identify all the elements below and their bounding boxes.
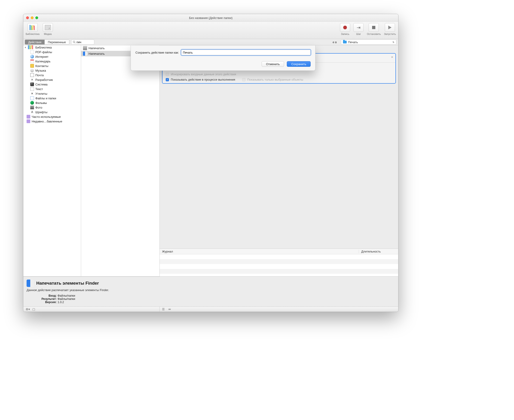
main-area: ▼ Библиотека PDF-файлы Интернет Календар… (23, 45, 398, 276)
svg-point-0 (73, 41, 75, 43)
photos-icon (30, 105, 34, 109)
gear-icon[interactable]: ⚙︎▾ (26, 308, 30, 311)
window-controls (26, 16, 38, 19)
detail-pane: Напечатать элементы Finder Данное действ… (23, 277, 160, 307)
receives-label-fragment: е в (333, 40, 339, 44)
sub-toolbar: Действия Переменные е в Печать ⇅ (23, 39, 398, 45)
checkbox-show-action[interactable]: ✓ (166, 78, 169, 81)
play-icon (388, 26, 392, 29)
text-icon (30, 87, 34, 91)
sidebar-item-developer[interactable]: Разработчик (23, 77, 81, 82)
disclosure-triangle-icon[interactable]: ▼ (24, 46, 27, 49)
detail-description: Данное действие распечатает указанные эл… (27, 288, 157, 292)
folder-receives-bar: е в Печать ⇅ (333, 39, 396, 45)
tab-variables[interactable]: Переменные (45, 40, 69, 44)
files-icon (30, 96, 34, 100)
stop-button[interactable]: Остановить (367, 23, 381, 35)
library-sidebar: ▼ Библиотека PDF-файлы Интернет Календар… (23, 45, 81, 276)
sidebar-smart-frequent[interactable]: Часто используемые (23, 114, 81, 119)
action-list: Напечатать Напечатать (81, 45, 160, 276)
sidebar-item-system[interactable]: Система (23, 82, 81, 87)
checkbox-only-selected (242, 78, 245, 81)
log-rows (160, 254, 398, 276)
search-input[interactable] (76, 40, 90, 44)
close-icon[interactable]: × (391, 55, 393, 59)
movies-icon (30, 101, 34, 105)
sidebar-item-mail[interactable]: Почта (23, 73, 81, 77)
window-title: Без названия (Действие папки) (189, 16, 233, 20)
save-label: Сохранить действие папки как: (136, 51, 179, 54)
workflow-run-icon[interactable]: ▢ (32, 308, 35, 311)
log-col-duration[interactable]: Длительность (359, 250, 398, 253)
finder-icon (27, 279, 34, 287)
sidebar-item-utilities[interactable]: Утилиты (23, 91, 81, 96)
contacts-icon (30, 64, 34, 68)
titlebar: Без названия (Действие папки) (23, 14, 398, 22)
run-button[interactable]: Запустить (384, 23, 396, 35)
smart-folder-icon (27, 120, 30, 123)
sidebar-smart-recent[interactable]: Недавно…бавленные (23, 119, 81, 124)
minimize-icon[interactable] (31, 16, 33, 19)
folder-dropdown[interactable]: Печать ⇅ (341, 39, 396, 45)
app-window: Без названия (Действие папки) Библиотека… (23, 14, 398, 312)
save-name-input[interactable] (181, 50, 311, 55)
sidebar-item-fonts[interactable]: Шрифты (23, 110, 81, 114)
calendar-icon (30, 59, 34, 63)
search-field[interactable] (71, 39, 94, 45)
workflow-area: × Напечатать: Принтер по умолчанию ⇅ Рез… (160, 45, 398, 276)
toolbar: Библиотека Медиа Запись ⇥ Шаг Остановить (23, 22, 398, 39)
save-sheet: Сохранить действие папки как: Отменить С… (131, 45, 316, 71)
finder-icon (83, 52, 87, 56)
sidebar-item-files[interactable]: Файлы и папки (23, 96, 81, 100)
printer-icon (83, 46, 87, 50)
chevron-updown-icon: ⇅ (393, 41, 394, 44)
save-button[interactable]: Сохранить (287, 61, 311, 67)
smart-folder-icon (27, 115, 30, 119)
detail-title: Напечатать элементы Finder (36, 281, 99, 286)
tab-actions[interactable]: Действия (25, 40, 45, 44)
library-tabs: Действия Переменные (25, 39, 69, 45)
music-icon (30, 69, 34, 72)
sidebar-item-contacts[interactable]: Контакты (23, 64, 81, 68)
zoom-icon[interactable] (35, 16, 38, 19)
pdf-icon (30, 50, 34, 54)
library-button[interactable]: Библиотека (26, 23, 39, 35)
close-icon[interactable] (26, 16, 29, 19)
workflow-canvas[interactable]: × Напечатать: Принтер по умолчанию ⇅ Рез… (160, 45, 398, 248)
media-button[interactable]: Медиа (43, 23, 53, 35)
search-icon (73, 41, 76, 44)
bottom-area: Напечатать элементы Finder Данное действ… (23, 276, 398, 307)
library-icon (30, 25, 36, 30)
sidebar-item-photos[interactable]: Фото (23, 105, 81, 110)
sidebar-item-text[interactable]: Текст (23, 87, 81, 91)
svg-line-1 (75, 43, 75, 43)
log-area: Журнал Длительность (160, 248, 398, 276)
media-icon (45, 25, 51, 30)
statusbar: ⚙︎▾ ▢ ☰ ⩸ (23, 307, 398, 312)
sidebar-item-calendar[interactable]: Календарь (23, 59, 81, 64)
flow-view-icon[interactable]: ⩸ (168, 308, 171, 311)
library-icon (28, 46, 34, 49)
step-button[interactable]: ⇥ Шаг (353, 23, 363, 35)
log-col-journal[interactable]: Журнал (160, 250, 359, 253)
step-icon: ⇥ (357, 25, 361, 30)
record-button[interactable]: Запись (340, 23, 350, 35)
folder-icon (343, 41, 347, 44)
cancel-button[interactable]: Отменить (262, 61, 284, 67)
sidebar-root-library[interactable]: ▼ Библиотека (23, 45, 81, 50)
sidebar-item-internet[interactable]: Интернет (23, 54, 81, 59)
developer-icon (30, 78, 34, 82)
fonts-icon (30, 110, 34, 114)
system-icon (30, 82, 34, 86)
utilities-icon (30, 92, 34, 95)
stop-icon (372, 26, 375, 29)
mail-icon (30, 73, 34, 77)
record-icon (343, 26, 347, 29)
globe-icon (30, 55, 34, 59)
sidebar-item-music[interactable]: Музыка (23, 68, 81, 73)
sidebar-item-pdf[interactable]: PDF-файлы (23, 50, 81, 54)
checkbox-ignore-input (166, 73, 169, 76)
sidebar-item-movies[interactable]: Фильмы (23, 100, 81, 105)
list-view-icon[interactable]: ☰ (162, 308, 165, 311)
